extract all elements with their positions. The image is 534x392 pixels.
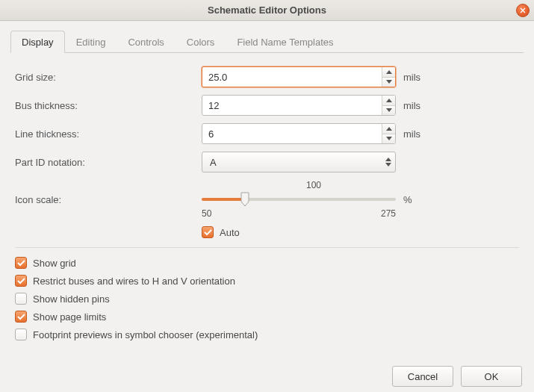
hidden-pins-checkbox[interactable] (15, 293, 27, 305)
chevron-up-icon (386, 127, 392, 131)
chevron-down-icon (386, 80, 392, 84)
line-thickness-down[interactable] (382, 134, 395, 144)
chevron-down-icon (386, 137, 392, 140)
bus-thickness-up[interactable] (382, 96, 395, 106)
line-thickness-input[interactable] (202, 124, 382, 143)
check-icon (17, 277, 25, 285)
tab-colors[interactable]: Colors (176, 31, 226, 53)
icon-scale-label: Icon scale: (15, 194, 202, 205)
icon-scale-max: 275 (381, 208, 396, 219)
cancel-button[interactable]: Cancel (392, 366, 453, 387)
slider-thumb[interactable] (240, 191, 250, 208)
icon-scale-unit: % (396, 194, 441, 205)
line-thickness-up[interactable] (382, 124, 395, 134)
footprint-preview-label: Footprint previews in symbol chooser (ex… (33, 329, 258, 340)
line-thickness-spinbox[interactable] (202, 123, 396, 144)
line-thickness-unit: mils (396, 128, 441, 140)
divider (15, 247, 519, 248)
dialog-buttons: Cancel OK (0, 358, 534, 392)
tab-bar: Display Editing Controls Colors Field Na… (10, 30, 524, 53)
check-icon (17, 313, 25, 321)
tab-controls[interactable]: Controls (117, 31, 175, 53)
slider-thumb-icon (240, 191, 250, 208)
ok-button[interactable]: OK (461, 366, 522, 387)
grid-size-down[interactable] (382, 78, 395, 87)
tab-editing[interactable]: Editing (65, 31, 117, 53)
icon-scale-slider-block: 100 50 275 (202, 180, 396, 219)
window-title: Schematic Editor Options (208, 4, 326, 16)
line-thickness-label: Line thickness: (15, 128, 202, 140)
bus-thickness-spinbox[interactable] (202, 95, 396, 116)
bus-thickness-down[interactable] (382, 106, 395, 116)
tab-panel-display: Grid size: mils Bus thickness: (10, 53, 524, 351)
grid-size-input[interactable] (202, 67, 382, 87)
chevron-up-icon (386, 70, 392, 74)
page-limits-checkbox[interactable] (15, 311, 27, 323)
close-button[interactable] (516, 4, 530, 17)
part-id-label: Part ID notation: (15, 157, 202, 168)
part-id-combobox[interactable]: A (202, 152, 396, 172)
check-icon (204, 228, 212, 237)
close-icon (520, 7, 526, 13)
chevron-up-icon (385, 158, 391, 161)
grid-size-up[interactable] (382, 67, 395, 78)
restrict-label: Restrict buses and wires to H and V orie… (33, 276, 235, 287)
show-grid-checkbox[interactable] (15, 257, 27, 269)
show-grid-label: Show grid (33, 258, 76, 269)
tab-display[interactable]: Display (10, 31, 65, 53)
restrict-checkbox[interactable] (15, 275, 27, 287)
title-bar: Schematic Editor Options (0, 0, 534, 21)
tab-field-templates[interactable]: Field Name Templates (226, 31, 344, 53)
part-id-dropdown-arrows (382, 152, 395, 172)
auto-label: Auto (220, 227, 240, 238)
check-icon (17, 259, 25, 267)
page-limits-label: Show page limits (33, 311, 106, 323)
grid-size-unit: mils (396, 72, 441, 83)
chevron-down-icon (386, 108, 392, 112)
grid-size-spinbox[interactable] (202, 66, 396, 87)
bus-thickness-label: Bus thickness: (15, 100, 202, 111)
icon-scale-slider[interactable] (202, 192, 396, 207)
bus-thickness-unit: mils (396, 100, 441, 111)
hidden-pins-label: Show hidden pins (33, 293, 110, 305)
icon-scale-min: 50 (202, 208, 211, 219)
grid-size-label: Grid size: (15, 72, 202, 83)
part-id-value: A (202, 152, 382, 172)
auto-checkbox[interactable] (202, 226, 214, 238)
chevron-up-icon (386, 99, 392, 102)
bus-thickness-input[interactable] (202, 96, 382, 115)
icon-scale-value-label: 100 (202, 180, 396, 190)
footprint-preview-checkbox[interactable] (15, 329, 27, 340)
chevron-down-icon (385, 163, 391, 167)
